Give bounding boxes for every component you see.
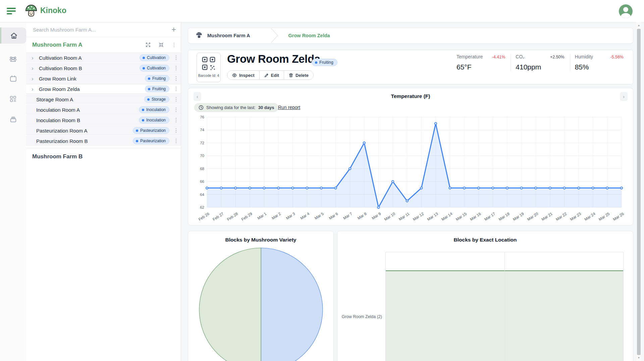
svg-text:Mar 3: Mar 3 [285,212,296,220]
page-scrollbar[interactable]: ▲ ▼ [636,22,641,361]
row-kebab-icon[interactable]: ⋮ [173,97,178,102]
search-input[interactable] [32,27,171,33]
row-kebab-icon[interactable]: ⋮ [173,76,178,81]
row-kebab-icon[interactable]: ⋮ [173,55,178,60]
breadcrumb-current[interactable]: Grow Room Zelda [288,33,330,38]
breadcrumb-divider-icon [270,28,278,43]
scroll-down-icon[interactable]: ▼ [636,356,641,359]
delete-button[interactable]: Delete [284,71,313,80]
svg-text:Mar 12: Mar 12 [412,212,425,222]
room-name: Pasteurization Room B [36,138,88,144]
svg-text:Mar 20: Mar 20 [527,212,539,222]
room-action-group: Inspect Edit Delete [227,70,314,80]
chevron-right-icon[interactable]: › [32,65,36,71]
user-avatar[interactable] [619,4,633,18]
tree-row-cultivation-room-a[interactable]: › Cultivation Room A Cultivation ⋮ [26,53,181,63]
app-root: Kinoko + Mushroom Farm A [0,0,644,361]
svg-text:Feb 27: Feb 27 [212,212,224,222]
rail-qr-code-icon[interactable] [0,91,26,107]
svg-text:Mar 25: Mar 25 [598,212,610,222]
rail-calendar-icon[interactable] [0,70,26,87]
barcode-box[interactable]: Barcode Id: 4 [197,53,221,82]
tree-row-storage-room-a[interactable]: Storage Room A Storage ⋮ [26,94,181,104]
svg-text:Feb 29: Feb 29 [240,212,253,222]
scrollbar-thumb[interactable] [637,29,641,355]
room-name: Grow Room Link [39,76,76,82]
badge-dot-icon [136,140,138,142]
bar-category-label: Grow Room Zelda (2) [337,314,382,319]
svg-text:Feb 28: Feb 28 [226,212,239,222]
room-name: Inoculation Room A [36,107,80,113]
rail-home-icon[interactable] [0,28,26,44]
clock-icon [199,105,204,110]
badge-dot-icon [143,57,145,59]
breadcrumb-farm[interactable]: Mushroom Farm A [207,33,250,38]
bar-gridline [504,252,505,361]
stat-delta: +2.50% [550,55,565,59]
svg-text:Mar 26: Mar 26 [612,212,625,222]
svg-text:Mar 14: Mar 14 [441,211,453,221]
tree-row-inoculation-room-b[interactable]: Inoculation Room B Inoculation ⋮ [26,115,181,125]
svg-text:Mar 4: Mar 4 [300,211,310,220]
row-kebab-icon[interactable]: ⋮ [173,128,178,133]
sidebar-tree-panel: + Mushroom Farm A ⋮ › Cultivation Room A… [26,22,181,361]
svg-text:Mar 9: Mar 9 [371,212,381,220]
tree-row-pasteurization-room-b[interactable]: Pasteurization Room B Pasteurization ⋮ [26,136,181,146]
inspect-button[interactable]: Inspect [227,71,259,80]
tree-row-inoculation-room-a[interactable]: Inoculation Room A Inoculation ⋮ [26,105,181,115]
svg-text:66: 66 [200,179,204,184]
row-kebab-icon[interactable]: ⋮ [173,107,178,112]
mushroom-breadcrumb-icon [196,32,203,40]
chevron-right-icon[interactable]: › [32,76,36,82]
svg-text:Mar 10: Mar 10 [384,212,396,222]
svg-text:Mar 19: Mar 19 [512,212,525,222]
variety-pie-card: Blocks by Mushroom Variety [188,231,334,361]
stat-label: CO₂ [516,54,524,59]
scroll-up-icon[interactable]: ▲ [636,24,641,27]
row-kebab-icon[interactable]: ⋮ [173,86,178,92]
rail-drawer-icon[interactable] [0,111,26,127]
svg-text:Feb 26: Feb 26 [198,212,210,222]
stat-co2: CO₂ +2.50% 410ppm [511,54,570,71]
status-badge: Inoculation [139,117,169,123]
room-name: Cultivation Room A [39,55,82,61]
add-plus-icon[interactable]: + [171,25,176,34]
tree-row-grow-room-link[interactable]: › Grow Room Link Fruiting ⋮ [26,73,181,84]
chevron-right-icon[interactable]: › [32,55,36,61]
svg-text:70: 70 [200,154,204,158]
status-badge: Fruiting [145,86,169,92]
rail-users-icon[interactable] [0,51,26,67]
expand-all-icon[interactable] [145,42,151,48]
edit-button[interactable]: Edit [259,71,284,80]
svg-text:62: 62 [200,205,204,209]
farm-a-kebab-icon[interactable]: ⋮ [171,42,176,48]
bar-gridline [623,252,624,361]
menu-icon[interactable] [7,8,16,14]
app-header: Kinoko [0,0,644,22]
badge-dot-icon [136,130,138,132]
row-kebab-icon[interactable]: ⋮ [173,65,178,71]
collapse-all-icon[interactable] [158,42,164,48]
row-kebab-icon[interactable]: ⋮ [173,117,178,123]
stat-delta: -4.41% [492,55,505,59]
svg-text:Mar 11: Mar 11 [398,212,410,221]
date-range-chip[interactable]: Showing data for the last: 30 days [194,103,278,112]
room-header-card: Barcode Id: 4 Grow Room Zelda Fruiting I… [188,50,633,85]
row-kebab-icon[interactable]: ⋮ [173,138,178,144]
status-badge: Cultivation [140,54,169,61]
run-report-link[interactable]: Run report [278,105,300,110]
barcode-id-label: Barcode Id: 4 [197,73,220,78]
svg-text:Mar 2: Mar 2 [271,212,281,220]
qr-code-icon [202,56,216,70]
stat-label: Humidity [575,54,593,59]
variety-pie-chart [188,243,334,361]
tree-row-pasteurization-room-a[interactable]: Pasteurization Room A Pasteurization ⋮ [26,125,181,136]
farm-b-header[interactable]: Mushroom Farm B [26,148,181,165]
chevron-right-icon[interactable]: › [32,86,36,92]
svg-text:Mar 7: Mar 7 [342,212,353,220]
svg-text:Mar 24: Mar 24 [584,211,596,221]
badge-dot-icon [147,98,150,101]
tree-row-cultivation-room-b[interactable]: › Cultivation Room B Cultivation ⋮ [26,63,181,73]
status-badge: Pasteurization [133,127,169,134]
tree-row-grow-room-zelda[interactable]: › Grow Room Zelda Fruiting ⋮ [26,84,181,94]
